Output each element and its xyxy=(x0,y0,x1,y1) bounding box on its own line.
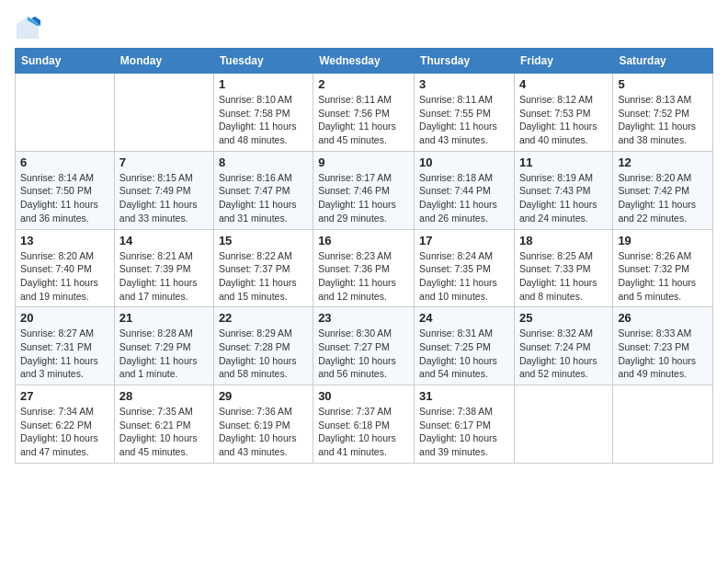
cell-details: Sunrise: 7:37 AM Sunset: 6:18 PM Dayligh… xyxy=(318,405,409,459)
calendar-cell: 24Sunrise: 8:31 AM Sunset: 7:25 PM Dayli… xyxy=(415,307,515,385)
cell-details: Sunrise: 8:24 AM Sunset: 7:35 PM Dayligh… xyxy=(419,249,509,304)
day-number: 2 xyxy=(318,77,409,91)
calendar-cell: 14Sunrise: 8:21 AM Sunset: 7:39 PM Dayli… xyxy=(114,229,213,307)
calendar-cell xyxy=(613,385,713,464)
calendar-cell: 1Sunrise: 8:10 AM Sunset: 7:58 PM Daylig… xyxy=(213,74,313,152)
calendar-cell: 31Sunrise: 7:38 AM Sunset: 6:17 PM Dayli… xyxy=(415,385,515,464)
calendar-cell: 20Sunrise: 8:27 AM Sunset: 7:31 PM Dayli… xyxy=(16,307,115,385)
calendar-cell: 13Sunrise: 8:20 AM Sunset: 7:40 PM Dayli… xyxy=(16,229,115,307)
cell-details: Sunrise: 8:13 AM Sunset: 7:52 PM Dayligh… xyxy=(618,93,708,147)
cell-details: Sunrise: 8:17 AM Sunset: 7:46 PM Dayligh… xyxy=(318,171,409,225)
day-number: 17 xyxy=(419,234,509,247)
day-number: 22 xyxy=(219,311,308,325)
cell-details: Sunrise: 8:26 AM Sunset: 7:32 PM Dayligh… xyxy=(618,249,708,304)
cell-details: Sunrise: 7:38 AM Sunset: 6:17 PM Dayligh… xyxy=(419,405,509,459)
day-number: 30 xyxy=(318,389,409,403)
calendar-cell: 17Sunrise: 8:24 AM Sunset: 7:35 PM Dayli… xyxy=(415,229,515,307)
column-header-friday: Friday xyxy=(514,49,612,74)
day-number: 18 xyxy=(519,234,608,247)
logo-icon xyxy=(15,15,40,40)
day-number: 26 xyxy=(618,311,708,325)
calendar-cell: 3Sunrise: 8:11 AM Sunset: 7:55 PM Daylig… xyxy=(415,74,515,152)
cell-details: Sunrise: 7:35 AM Sunset: 6:21 PM Dayligh… xyxy=(119,405,209,459)
cell-details: Sunrise: 8:21 AM Sunset: 7:39 PM Dayligh… xyxy=(119,249,209,304)
calendar-cell: 27Sunrise: 7:34 AM Sunset: 6:22 PM Dayli… xyxy=(16,385,115,464)
day-number: 11 xyxy=(519,155,608,169)
day-number: 3 xyxy=(419,77,509,91)
calendar-cell: 21Sunrise: 8:28 AM Sunset: 7:29 PM Dayli… xyxy=(114,307,213,385)
calendar-cell: 2Sunrise: 8:11 AM Sunset: 7:56 PM Daylig… xyxy=(313,74,415,152)
cell-details: Sunrise: 8:14 AM Sunset: 7:50 PM Dayligh… xyxy=(20,171,109,225)
calendar-cell: 30Sunrise: 7:37 AM Sunset: 6:18 PM Dayli… xyxy=(313,385,415,464)
calendar-cell: 6Sunrise: 8:14 AM Sunset: 7:50 PM Daylig… xyxy=(16,151,115,229)
day-number: 13 xyxy=(20,234,109,247)
calendar-cell: 26Sunrise: 8:33 AM Sunset: 7:23 PM Dayli… xyxy=(613,307,713,385)
calendar-week-5: 27Sunrise: 7:34 AM Sunset: 6:22 PM Dayli… xyxy=(16,385,713,464)
day-number: 8 xyxy=(219,155,308,169)
cell-details: Sunrise: 8:29 AM Sunset: 7:28 PM Dayligh… xyxy=(219,327,308,381)
calendar-week-2: 6Sunrise: 8:14 AM Sunset: 7:50 PM Daylig… xyxy=(16,151,713,229)
day-number: 25 xyxy=(519,311,608,325)
calendar-cell: 15Sunrise: 8:22 AM Sunset: 7:37 PM Dayli… xyxy=(213,229,313,307)
calendar-cell: 10Sunrise: 8:18 AM Sunset: 7:44 PM Dayli… xyxy=(415,151,515,229)
day-number: 7 xyxy=(119,155,209,169)
day-number: 12 xyxy=(618,155,708,169)
calendar-cell: 12Sunrise: 8:20 AM Sunset: 7:42 PM Dayli… xyxy=(613,151,713,229)
cell-details: Sunrise: 7:36 AM Sunset: 6:19 PM Dayligh… xyxy=(219,405,308,459)
day-number: 10 xyxy=(419,155,509,169)
calendar-cell: 11Sunrise: 8:19 AM Sunset: 7:43 PM Dayli… xyxy=(514,151,612,229)
cell-details: Sunrise: 8:27 AM Sunset: 7:31 PM Dayligh… xyxy=(20,327,109,381)
logo xyxy=(15,15,44,40)
day-number: 14 xyxy=(119,234,209,247)
calendar-cell: 19Sunrise: 8:26 AM Sunset: 7:32 PM Dayli… xyxy=(613,229,713,307)
calendar-cell: 9Sunrise: 8:17 AM Sunset: 7:46 PM Daylig… xyxy=(313,151,415,229)
day-number: 29 xyxy=(219,389,308,403)
column-header-sunday: Sunday xyxy=(16,49,115,74)
calendar-cell: 7Sunrise: 8:15 AM Sunset: 7:49 PM Daylig… xyxy=(114,151,213,229)
day-number: 9 xyxy=(318,155,409,169)
day-number: 15 xyxy=(219,234,308,247)
calendar-cell: 25Sunrise: 8:32 AM Sunset: 7:24 PM Dayli… xyxy=(514,307,612,385)
day-number: 23 xyxy=(318,311,409,325)
calendar-cell: 16Sunrise: 8:23 AM Sunset: 7:36 PM Dayli… xyxy=(313,229,415,307)
cell-details: Sunrise: 8:30 AM Sunset: 7:27 PM Dayligh… xyxy=(318,327,409,381)
cell-details: Sunrise: 8:22 AM Sunset: 7:37 PM Dayligh… xyxy=(219,249,308,304)
column-header-tuesday: Tuesday xyxy=(213,49,313,74)
calendar-cell: 18Sunrise: 8:25 AM Sunset: 7:33 PM Dayli… xyxy=(514,229,612,307)
cell-details: Sunrise: 7:34 AM Sunset: 6:22 PM Dayligh… xyxy=(20,405,109,459)
day-number: 21 xyxy=(119,311,209,325)
cell-details: Sunrise: 8:16 AM Sunset: 7:47 PM Dayligh… xyxy=(219,171,308,225)
day-number: 19 xyxy=(618,234,708,247)
header-row: SundayMondayTuesdayWednesdayThursdayFrid… xyxy=(16,49,713,74)
column-header-saturday: Saturday xyxy=(613,49,713,74)
calendar-cell: 5Sunrise: 8:13 AM Sunset: 7:52 PM Daylig… xyxy=(613,74,713,152)
calendar-cell: 23Sunrise: 8:30 AM Sunset: 7:27 PM Dayli… xyxy=(313,307,415,385)
day-number: 27 xyxy=(20,389,109,403)
calendar-cell: 4Sunrise: 8:12 AM Sunset: 7:53 PM Daylig… xyxy=(514,74,612,152)
calendar-cell: 29Sunrise: 7:36 AM Sunset: 6:19 PM Dayli… xyxy=(213,385,313,464)
column-header-thursday: Thursday xyxy=(415,49,515,74)
calendar-cell xyxy=(16,74,115,152)
column-header-wednesday: Wednesday xyxy=(313,49,415,74)
calendar-week-1: 1Sunrise: 8:10 AM Sunset: 7:58 PM Daylig… xyxy=(16,74,713,152)
day-number: 24 xyxy=(419,311,509,325)
cell-details: Sunrise: 8:33 AM Sunset: 7:23 PM Dayligh… xyxy=(618,327,708,381)
day-number: 6 xyxy=(20,155,109,169)
cell-details: Sunrise: 8:25 AM Sunset: 7:33 PM Dayligh… xyxy=(519,249,608,304)
cell-details: Sunrise: 8:28 AM Sunset: 7:29 PM Dayligh… xyxy=(119,327,209,381)
day-number: 31 xyxy=(419,389,509,403)
calendar-week-4: 20Sunrise: 8:27 AM Sunset: 7:31 PM Dayli… xyxy=(16,307,713,385)
cell-details: Sunrise: 8:20 AM Sunset: 7:42 PM Dayligh… xyxy=(618,171,708,225)
cell-details: Sunrise: 8:11 AM Sunset: 7:56 PM Dayligh… xyxy=(318,93,409,147)
day-number: 28 xyxy=(119,389,209,403)
calendar-cell: 28Sunrise: 7:35 AM Sunset: 6:21 PM Dayli… xyxy=(114,385,213,464)
day-number: 5 xyxy=(618,77,708,91)
day-number: 1 xyxy=(219,77,308,91)
calendar-week-3: 13Sunrise: 8:20 AM Sunset: 7:40 PM Dayli… xyxy=(16,229,713,307)
cell-details: Sunrise: 8:18 AM Sunset: 7:44 PM Dayligh… xyxy=(419,171,509,225)
cell-details: Sunrise: 8:20 AM Sunset: 7:40 PM Dayligh… xyxy=(20,249,109,304)
calendar-cell: 22Sunrise: 8:29 AM Sunset: 7:28 PM Dayli… xyxy=(213,307,313,385)
calendar-cell xyxy=(514,385,612,464)
calendar-table: SundayMondayTuesdayWednesdayThursdayFrid… xyxy=(15,48,713,464)
day-number: 16 xyxy=(318,234,409,247)
